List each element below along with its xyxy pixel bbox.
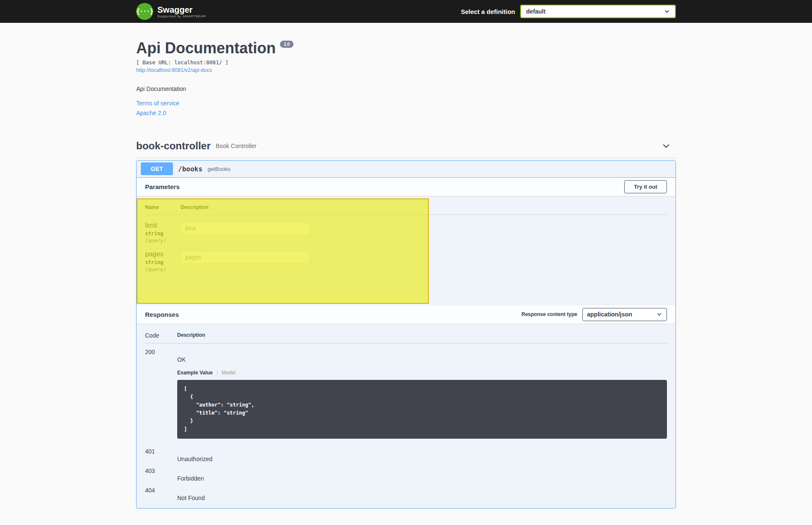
chevron-down-icon xyxy=(664,8,670,14)
response-content-type-value: application/json xyxy=(587,311,632,318)
terms-of-service-link[interactable]: Terms of service xyxy=(136,100,676,107)
limit-input[interactable] xyxy=(181,222,310,235)
example-model-tabs: Example Value Model xyxy=(177,370,667,376)
tag-name: book-controller xyxy=(136,140,211,152)
definition-select[interactable]: default xyxy=(520,5,676,18)
logo-tagline: Supported by SMARTBEAR xyxy=(157,14,206,18)
tab-example-value[interactable]: Example Value xyxy=(177,370,213,376)
license-link[interactable]: Apache 2.0 xyxy=(136,110,676,116)
braces-icon: {···} xyxy=(136,8,153,15)
try-it-out-button[interactable]: Try it out xyxy=(624,180,667,193)
api-docs-link[interactable]: http://localhost:8081/v2/api-docs xyxy=(136,67,212,73)
response-row-200: 200 OK Example Value Model [ { "author":… xyxy=(145,344,667,439)
parameter-location: (query) xyxy=(145,267,181,272)
base-url: [ Base URL: localhost:8081/ ] xyxy=(136,59,676,66)
parameter-row-limit: limit string (query) xyxy=(145,222,667,244)
parameters-header: Parameters Try it out xyxy=(137,178,675,196)
parameter-type: string xyxy=(145,231,181,236)
api-description: Api Documentation xyxy=(136,85,676,92)
parameter-name: pages xyxy=(145,250,181,258)
swagger-logo: {···} Swagger Supported by SMARTBEAR xyxy=(136,3,206,20)
parameter-type: string xyxy=(145,259,181,265)
collapse-chevron-icon[interactable] xyxy=(661,141,671,151)
response-content-type-label: Response content type xyxy=(521,311,577,317)
response-col-code-header: Code xyxy=(145,332,177,339)
response-description: OK xyxy=(177,344,667,363)
response-content-type-select[interactable]: application/json xyxy=(582,308,667,321)
response-code: 404 xyxy=(145,482,177,501)
responses-title: Responses xyxy=(145,311,179,318)
operation-summary-text: getBooks xyxy=(208,166,230,172)
opblock-get-books: GET /books getBooks Parameters Try it ou… xyxy=(136,160,676,509)
topbar: {···} Swagger Supported by SMARTBEAR Sel… xyxy=(0,0,812,23)
parameters-table: Name Description limit string (query) pa… xyxy=(137,196,675,305)
operation-path: /books xyxy=(178,165,203,173)
response-description: Unauthorized xyxy=(177,443,667,462)
version-badge: 1.0 xyxy=(280,41,294,48)
swagger-logo-icon: {···} xyxy=(136,3,153,20)
chevron-down-icon xyxy=(656,311,662,317)
definition-select-value: default xyxy=(526,8,546,15)
example-json-block: [ { "author": "string", "title": "string… xyxy=(177,380,667,439)
method-badge: GET xyxy=(141,162,173,175)
tab-model[interactable]: Model xyxy=(217,370,236,376)
response-code: 200 xyxy=(145,344,177,439)
api-info-section: Api Documentation 1.0 [ Base URL: localh… xyxy=(136,23,676,116)
response-row-404: 404 Not Found xyxy=(145,482,667,501)
parameter-name: limit xyxy=(145,222,181,229)
param-col-name-header: Name xyxy=(145,204,181,210)
parameters-title: Parameters xyxy=(145,183,180,190)
param-col-description-header: Description xyxy=(181,204,667,210)
tag-book-controller[interactable]: book-controller Book Controller xyxy=(136,140,676,158)
logo-wordmark: Swagger xyxy=(157,5,206,14)
response-row-403: 403 Forbidden xyxy=(145,462,667,482)
responses-header: Responses Response content type applicat… xyxy=(137,305,675,324)
parameter-row-pages: pages string (query) xyxy=(145,250,667,272)
operation-summary[interactable]: GET /books getBooks xyxy=(137,161,675,178)
response-row-401: 401 Unauthorized xyxy=(145,443,667,462)
response-description: Forbidden xyxy=(177,462,667,482)
response-col-description-header: Description xyxy=(177,332,667,339)
page-title: Api Documentation xyxy=(136,40,276,57)
responses-table: Code Description 200 OK Example Value Mo… xyxy=(137,324,675,508)
response-code: 403 xyxy=(145,462,177,482)
select-definition-label: Select a definition xyxy=(461,8,515,15)
tag-description: Book Controller xyxy=(216,143,257,149)
response-description: Not Found xyxy=(177,482,667,501)
pages-input[interactable] xyxy=(181,250,310,264)
response-code: 401 xyxy=(145,443,177,462)
parameter-location: (query) xyxy=(145,238,181,244)
